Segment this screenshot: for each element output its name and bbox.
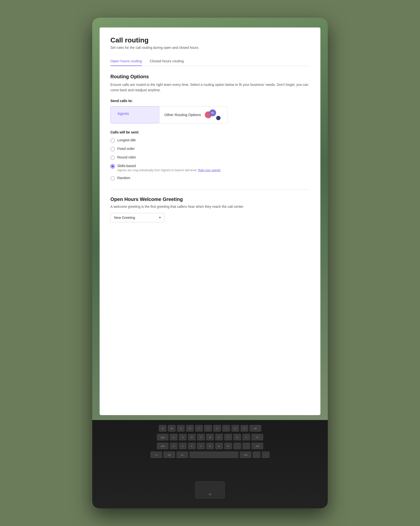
- radio-round-robin[interactable]: Round robin: [110, 155, 310, 160]
- routing-options-desc: Ensure calls are routed to the right tea…: [110, 82, 310, 93]
- key-q: Q: [159, 425, 167, 432]
- routing-card-agents-label: Agents: [118, 111, 129, 116]
- key-right: →: [262, 451, 270, 458]
- key-p: P: [240, 425, 248, 432]
- key-cmd: cmd: [240, 451, 251, 458]
- key-c: C: [188, 443, 196, 449]
- screen: Call routing Set rules for the call rout…: [100, 27, 320, 415]
- key-period: .: [242, 443, 250, 449]
- welcome-greeting-title: Open Hours Welcome Greeting: [110, 197, 310, 202]
- key-x: X: [179, 443, 187, 449]
- screen-content: Call routing Set rules for the call rout…: [100, 27, 320, 415]
- radio-skills-based-content: Skills-based Agents are rung individuall…: [117, 164, 221, 172]
- key-del: del: [249, 425, 261, 432]
- key-f: F: [197, 434, 205, 441]
- section-divider: [110, 189, 310, 190]
- radio-circle-fixed-order: [110, 147, 115, 151]
- key-i: I: [222, 425, 230, 432]
- key-u: U: [213, 425, 221, 432]
- radio-desc-skills-based: Agents are rung individually from highes…: [117, 169, 221, 172]
- routing-card-other[interactable]: Other Routing Options KL: [159, 106, 228, 123]
- tab-closed-hours[interactable]: Closed hours routing: [150, 56, 184, 66]
- key-r: R: [186, 425, 194, 432]
- radio-skills-based[interactable]: Skills-based Agents are rung individuall…: [110, 164, 310, 172]
- key-comma: ,: [233, 443, 241, 449]
- radio-label-random: Random: [117, 176, 130, 180]
- calls-sent-label: Calls will be sent:: [110, 130, 310, 134]
- key-caps: caps: [157, 434, 169, 441]
- welcome-greeting-desc: A welcome greeting is the first greeting…: [110, 205, 310, 209]
- routing-option-icon: KL: [205, 109, 221, 120]
- key-g: G: [206, 434, 214, 441]
- radio-label-skills-based: Skills-based: [117, 164, 221, 168]
- key-shift-l: shift: [157, 443, 169, 449]
- radio-circle-skills-based: [110, 164, 115, 169]
- key-n: N: [215, 443, 223, 449]
- page-subtitle: Set rules for the call routing during op…: [110, 46, 310, 50]
- radio-random[interactable]: Random: [110, 176, 310, 181]
- key-v: V: [197, 443, 205, 449]
- key-d: D: [188, 434, 196, 441]
- keyboard-row-4: fn ctrl alt cmd ← →: [150, 451, 270, 458]
- radio-fixed-order[interactable]: Fixed order: [110, 147, 310, 151]
- radio-label-round-robin: Round robin: [117, 155, 136, 159]
- key-k: K: [233, 434, 241, 441]
- key-w: W: [168, 425, 176, 432]
- key-t: T: [195, 425, 203, 432]
- routing-options-title: Routing Options: [110, 74, 310, 79]
- tab-open-hours[interactable]: Open hours routing: [110, 56, 142, 66]
- laptop: Call routing Set rules for the call rout…: [92, 18, 328, 508]
- routing-card-agents[interactable]: Agents: [110, 106, 159, 123]
- key-b: B: [206, 443, 214, 449]
- radio-longest-idle[interactable]: Longest idle: [110, 138, 310, 143]
- key-z: Z: [170, 443, 178, 449]
- key-e: E: [177, 425, 185, 432]
- keyboard-area: Q W E R T Y U I O P del caps A S D F G H…: [92, 420, 328, 508]
- keyboard-row-3: shift Z X C V B N M , . shift: [157, 443, 263, 449]
- keyboard-row-2: caps A S D F G H J K L ret: [157, 434, 263, 441]
- call-distribution-radio-group: Longest idle Fixed order Round robin Ski: [110, 138, 310, 181]
- trackpad[interactable]: [195, 481, 225, 499]
- key-h: H: [215, 434, 223, 441]
- key-l: L: [242, 434, 250, 441]
- key-left: ←: [253, 451, 261, 458]
- routing-cards-container: Agents Other Routing Options KL: [110, 106, 310, 123]
- key-fn: fn: [150, 451, 162, 458]
- key-s: S: [179, 434, 187, 441]
- radio-circle-longest-idle: [110, 138, 115, 143]
- key-a: A: [170, 434, 178, 441]
- key-o: O: [231, 425, 239, 432]
- greeting-select[interactable]: New Greeting Default Greeting Custom Gre…: [110, 213, 164, 222]
- key-alt: alt: [176, 451, 188, 458]
- send-calls-label: Send calls to:: [110, 99, 310, 103]
- trackpad-dot: [209, 493, 211, 495]
- key-j: J: [224, 434, 232, 441]
- rate-agents-link[interactable]: Rate your agents: [198, 169, 221, 172]
- radio-desc-text: Agents are rung individually from highes…: [117, 169, 197, 172]
- radio-label-longest-idle: Longest idle: [117, 138, 136, 142]
- radio-circle-round-robin: [110, 156, 115, 160]
- key-space: [189, 451, 238, 458]
- greeting-select-wrapper: New Greeting Default Greeting Custom Gre…: [110, 213, 164, 222]
- key-m: M: [224, 443, 232, 449]
- page-title: Call routing: [110, 36, 310, 44]
- keyboard-row-1: Q W E R T Y U I O P del: [159, 425, 261, 432]
- key-return: ret: [251, 434, 263, 441]
- routing-card-other-label: Other Routing Options: [164, 113, 201, 117]
- key-y: Y: [204, 425, 212, 432]
- icon-circle-purple: KL: [209, 109, 216, 116]
- tab-bar: Open hours routing Closed hours routing: [110, 56, 310, 66]
- icon-circle-dark: [216, 116, 221, 120]
- key-ctrl: ctrl: [163, 451, 175, 458]
- key-shift-r: shift: [251, 443, 263, 449]
- radio-label-fixed-order: Fixed order: [117, 147, 135, 151]
- radio-circle-random: [110, 176, 115, 181]
